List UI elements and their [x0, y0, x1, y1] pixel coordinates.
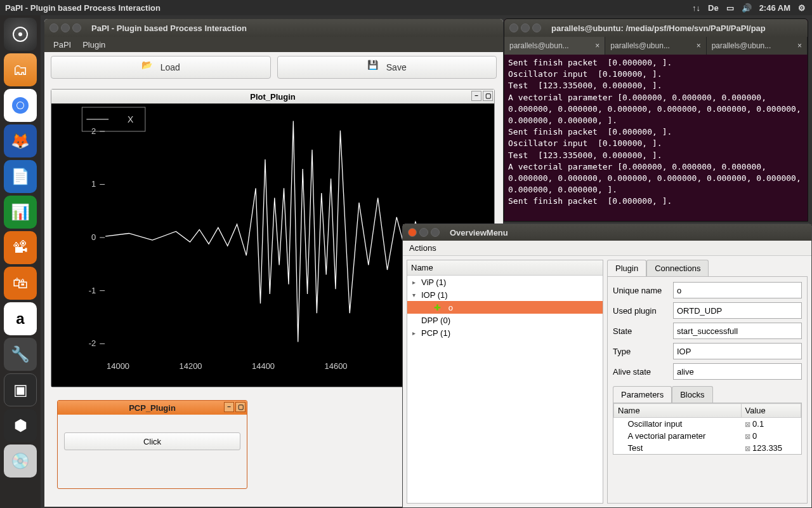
close-tab-icon[interactable]: ×: [595, 41, 599, 50]
svg-point-4: [17, 102, 23, 109]
tree-item-iop-o[interactable]: ✚ o: [407, 301, 603, 314]
menu-plugin[interactable]: Plugin: [82, 40, 105, 50]
keyboard-layout-indicator[interactable]: De: [708, 3, 719, 13]
calc-icon[interactable]: 📊: [4, 196, 37, 229]
terminal-icon[interactable]: ▣: [4, 373, 37, 406]
input-unique-name[interactable]: [673, 282, 802, 298]
svg-text:2: 2: [91, 126, 96, 136]
tab-parameters[interactable]: Parameters: [613, 386, 672, 403]
overview-menubar: Actions: [403, 241, 811, 256]
papi-icon[interactable]: ⬢: [4, 409, 37, 442]
load-button[interactable]: 📂 Load: [51, 56, 271, 79]
tree-item-vip[interactable]: ▸ViP (1): [407, 276, 603, 288]
svg-text:14000: 14000: [107, 361, 129, 371]
network-icon[interactable]: ↑↓: [692, 3, 700, 13]
tree-item-pcp[interactable]: ▸PCP (1): [407, 326, 603, 339]
titlebar[interactable]: OverviewMenu: [403, 224, 811, 241]
pcp-header[interactable]: PCP_Plugin – ▢: [58, 401, 247, 415]
tab-plugin[interactable]: Plugin: [607, 260, 646, 276]
titlebar[interactable]: parallels@ubuntu: /media/psf/Home/svn/Pa…: [504, 19, 808, 37]
minimize-icon[interactable]: –: [471, 91, 481, 101]
minimize-icon[interactable]: –: [224, 402, 234, 412]
label-unique-name: Unique name: [613, 286, 673, 295]
chromium-icon[interactable]: [4, 89, 37, 122]
label-state: State: [613, 326, 673, 336]
svg-text:-2: -2: [89, 338, 96, 348]
maximize-icon[interactable]: [532, 23, 541, 32]
input-type[interactable]: [673, 343, 802, 359]
menu-papi[interactable]: PaPI: [53, 40, 71, 50]
col-value[interactable]: Value: [741, 404, 801, 418]
terminal-tab[interactable]: parallels@ubun...×: [504, 37, 605, 55]
close-icon[interactable]: [509, 23, 518, 32]
impress-icon[interactable]: 📽: [4, 231, 37, 264]
software-center-icon[interactable]: 🛍: [4, 267, 37, 300]
minimize-icon[interactable]: [521, 23, 530, 32]
settings-icon[interactable]: 🔧: [4, 338, 37, 371]
open-folder-icon: 📂: [141, 60, 157, 75]
active-app-title: PaPI - Plugin based Process Interaction: [0, 3, 692, 13]
files-icon[interactable]: 🗂: [4, 53, 37, 86]
close-tab-icon[interactable]: ×: [697, 41, 701, 50]
plot-title: Plot_Plugin: [250, 92, 296, 102]
system-indicators: ↑↓ De ▭ 🔊 2:46 AM ⚙: [692, 3, 812, 13]
sound-icon[interactable]: 🔊: [742, 3, 752, 13]
window-title: PaPI - Plugin based Process Interaction: [86, 23, 247, 33]
firefox-icon[interactable]: 🦊: [4, 124, 37, 157]
svg-text:14400: 14400: [252, 361, 275, 371]
toolbar: 📂 Load 💾 Save: [44, 52, 503, 83]
parameters-table[interactable]: NameValue Oscillator input0.1 A vectoria…: [613, 403, 801, 454]
table-row: Oscillator input0.1: [614, 418, 801, 431]
terminal-tab[interactable]: parallels@ubun...×: [605, 37, 706, 55]
col-name[interactable]: Name: [614, 404, 742, 418]
terminal-tab[interactable]: parallels@ubun...×: [707, 37, 808, 55]
close-tab-icon[interactable]: ×: [797, 41, 802, 50]
maximize-icon[interactable]: [431, 228, 440, 237]
input-used-plugin[interactable]: [673, 302, 802, 319]
pcp-plugin-subwindow[interactable]: PCP_Plugin – ▢ Click: [57, 400, 247, 489]
input-alive[interactable]: [673, 363, 802, 380]
titlebar[interactable]: PaPI - Plugin based Process Interaction: [44, 19, 503, 37]
amazon-icon[interactable]: a: [4, 302, 37, 335]
terminal-output[interactable]: Sent finish packet [0.000000, ]. Oscilla…: [504, 55, 808, 210]
tree-item-iop[interactable]: ▾IOP (1): [407, 288, 603, 301]
maximize-icon[interactable]: ▢: [235, 402, 246, 412]
save-button[interactable]: 💾 Save: [277, 56, 497, 79]
desktop-area: PaPI - Plugin based Process Interaction …: [41, 15, 812, 508]
menu-actions[interactable]: Actions: [409, 243, 436, 253]
tab-blocks[interactable]: Blocks: [672, 386, 712, 403]
terminal-window: parallels@ubuntu: /media/psf/Home/svn/Pa…: [504, 18, 808, 222]
table-row: A vectorial parameter0: [614, 430, 801, 442]
clock[interactable]: 2:46 AM: [759, 3, 790, 13]
plugin-tree[interactable]: Name ▸ViP (1) ▾IOP (1) ✚ o DPP (0) ▸PCP …: [407, 260, 603, 504]
tree-item-dpp[interactable]: DPP (0): [407, 314, 603, 326]
maximize-icon[interactable]: [72, 23, 81, 32]
maximize-icon[interactable]: ▢: [483, 91, 493, 101]
terminal-tabs: parallels@ubun...× parallels@ubun...× pa…: [504, 37, 808, 55]
table-row: Test123.335: [614, 442, 801, 454]
plot-header[interactable]: Plot_Plugin – ▢: [51, 90, 494, 104]
svg-text:14200: 14200: [180, 361, 202, 371]
writer-icon[interactable]: 📄: [4, 160, 37, 193]
close-icon[interactable]: [49, 23, 58, 32]
session-gear-icon[interactable]: ⚙: [798, 3, 806, 13]
svg-text:14600: 14600: [325, 361, 348, 371]
battery-icon[interactable]: ▭: [726, 3, 734, 13]
close-icon[interactable]: [408, 228, 417, 237]
tree-header-name[interactable]: Name: [407, 260, 603, 276]
label-used-plugin: Used plugin: [613, 306, 673, 316]
dash-home-icon[interactable]: [4, 18, 37, 51]
pcp-title: PCP_Plugin: [129, 403, 176, 413]
overview-window: OverviewMenu Actions Name ▸ViP (1) ▾IOP …: [402, 224, 812, 508]
minimize-icon[interactable]: [61, 23, 70, 32]
label-alive: Alive state: [613, 367, 673, 377]
svg-text:0: 0: [91, 232, 96, 242]
disk-icon[interactable]: 💿: [4, 444, 37, 478]
tab-connections[interactable]: Connections: [646, 260, 709, 276]
terminal-title: parallels@ubuntu: /media/psf/Home/svn/Pa…: [546, 23, 766, 33]
minimize-icon[interactable]: [419, 228, 428, 237]
overview-title: OverviewMenu: [445, 228, 508, 237]
click-button[interactable]: Click: [64, 432, 240, 450]
ubuntu-top-panel: PaPI - Plugin based Process Interaction …: [0, 0, 812, 15]
input-state[interactable]: [673, 323, 802, 339]
